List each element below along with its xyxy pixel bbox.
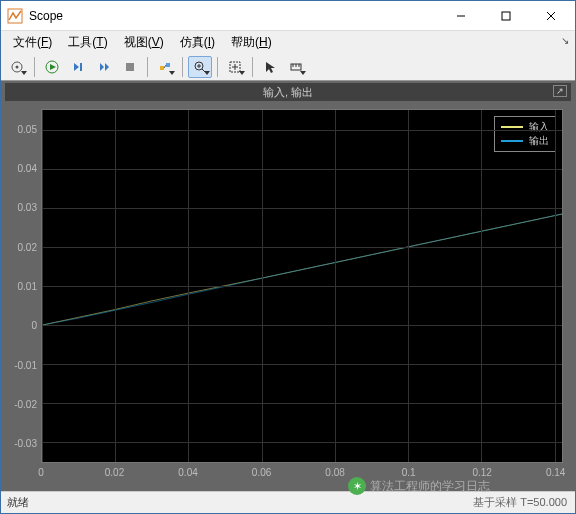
stop-button[interactable]	[118, 56, 142, 78]
legend[interactable]: 输入 输出	[494, 116, 556, 152]
triggers-button[interactable]	[153, 56, 177, 78]
svg-rect-2	[502, 12, 510, 20]
measurements-button[interactable]	[284, 56, 308, 78]
legend-entry-input: 输入	[501, 120, 549, 134]
svg-rect-14	[160, 66, 164, 70]
xtick: 0.04	[178, 467, 197, 478]
toolbar	[1, 53, 575, 81]
maximize-axes-icon[interactable]: ↗	[553, 85, 567, 97]
toolbar-separator	[252, 57, 253, 77]
app-icon	[7, 8, 23, 24]
configure-button[interactable]	[5, 56, 29, 78]
chart[interactable]: 输入 输出 00.020.040.060.080.10.120.14-0.03-…	[5, 103, 571, 487]
run-button[interactable]	[40, 56, 64, 78]
xtick: 0.12	[472, 467, 491, 478]
toolbar-separator	[34, 57, 35, 77]
svg-marker-11	[100, 63, 104, 71]
menu-help[interactable]: 帮助(H)	[223, 32, 280, 53]
toolbar-separator	[147, 57, 148, 77]
menu-view[interactable]: 视图(V)	[116, 32, 172, 53]
xtick: 0.06	[252, 467, 271, 478]
svg-marker-8	[50, 64, 56, 70]
scope-window: Scope 文件(F) 工具(T) 视图(V) 仿真(I) 帮助(H) ↘ 输入…	[0, 0, 576, 514]
minimize-button[interactable]	[438, 1, 483, 30]
svg-rect-15	[166, 63, 170, 67]
maximize-button[interactable]	[483, 1, 528, 30]
menu-simulation[interactable]: 仿真(I)	[172, 32, 223, 53]
toolbar-separator	[217, 57, 218, 77]
plot-title-bar: 输入, 输出 ↗	[5, 83, 571, 101]
ytick: -0.02	[14, 399, 37, 410]
cursor-button[interactable]	[258, 56, 282, 78]
statusbar: 就绪 基于采样 T=50.000	[1, 491, 575, 513]
svg-marker-9	[74, 63, 79, 71]
xtick: 0	[38, 467, 44, 478]
ytick: 0.05	[18, 123, 37, 134]
svg-line-16	[164, 65, 166, 68]
plot-title: 输入, 输出	[263, 85, 313, 100]
close-button[interactable]	[528, 1, 573, 30]
xtick: 0.1	[402, 467, 416, 478]
ytick: 0.02	[18, 241, 37, 252]
ytick: 0.01	[18, 281, 37, 292]
window-title: Scope	[29, 9, 438, 23]
toolbar-separator	[182, 57, 183, 77]
status-sample: 基于采样 T=50.000	[473, 495, 567, 510]
titlebar: Scope	[1, 1, 575, 31]
xtick: 0.08	[325, 467, 344, 478]
status-text: 就绪	[7, 495, 29, 510]
ytick: 0	[31, 320, 37, 331]
svg-rect-10	[80, 63, 82, 71]
svg-point-6	[16, 65, 19, 68]
menubar: 文件(F) 工具(T) 视图(V) 仿真(I) 帮助(H) ↘	[1, 31, 575, 53]
axes[interactable]: 输入 输出	[41, 109, 563, 463]
dock-icon[interactable]: ↘	[561, 35, 569, 46]
xtick: 0.02	[105, 467, 124, 478]
step-forward-button[interactable]	[66, 56, 90, 78]
ytick: 0.03	[18, 202, 37, 213]
step-button[interactable]	[92, 56, 116, 78]
plot-area: 输入, 输出 ↗ 输入 输出 00.020.040.060.080.10.120…	[1, 81, 575, 491]
svg-marker-12	[105, 63, 109, 71]
ytick: -0.01	[14, 359, 37, 370]
xtick: 0.14	[546, 467, 565, 478]
autoscale-button[interactable]	[223, 56, 247, 78]
menu-file[interactable]: 文件(F)	[5, 32, 60, 53]
ytick: -0.03	[14, 438, 37, 449]
legend-entry-output: 输出	[501, 134, 549, 148]
zoom-button[interactable]	[188, 56, 212, 78]
menu-tools[interactable]: 工具(T)	[60, 32, 115, 53]
ytick: 0.04	[18, 163, 37, 174]
svg-rect-13	[126, 63, 134, 71]
